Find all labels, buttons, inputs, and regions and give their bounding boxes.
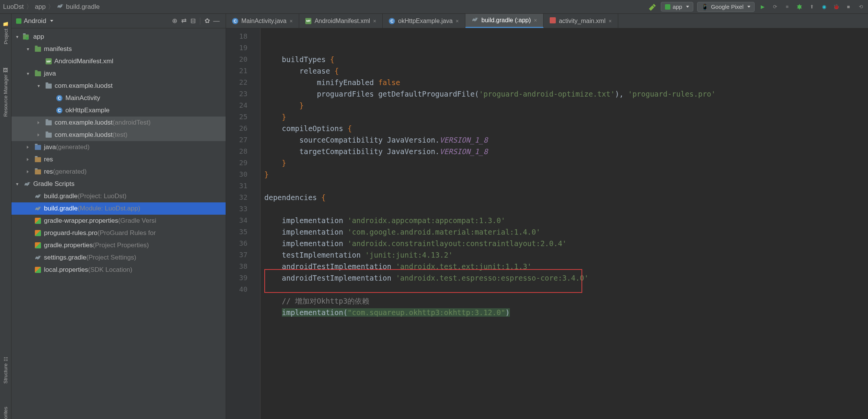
code-line[interactable]: testImplementation 'junit:junit:4.13.2' <box>264 249 864 261</box>
close-icon[interactable]: × <box>290 18 293 24</box>
locate-icon[interactable]: ⊕ <box>170 17 179 25</box>
close-icon[interactable]: × <box>609 18 612 24</box>
code-line[interactable]: release { <box>264 65 864 77</box>
close-icon[interactable]: × <box>373 18 376 24</box>
code-line[interactable]: compileOptions { <box>264 123 864 134</box>
expand-arrow[interactable]: ▾ <box>27 71 34 76</box>
tree-item[interactable]: com.example.luodst (androidTest) <box>11 117 226 129</box>
tree-item[interactable]: gradle-wrapper.properties (Gradle Versi <box>11 215 226 227</box>
close-icon[interactable]: × <box>456 18 459 24</box>
settings-icon[interactable]: ✿ <box>203 17 212 25</box>
profiler-icon[interactable]: ◉ <box>820 3 828 11</box>
tree-item[interactable]: C okHttpExample <box>11 104 226 117</box>
expand-arrow[interactable]: ▾ <box>38 83 44 89</box>
expand-arrow[interactable] <box>38 132 44 138</box>
tree-icon <box>34 157 42 162</box>
breadcrumb-item[interactable]: build.gradle <box>66 3 100 11</box>
editor-tab[interactable]: activity_main.xml× <box>544 14 618 28</box>
tree-item[interactable]: ▾ app <box>11 31 226 43</box>
attach-debugger-icon[interactable]: 🐞 <box>832 3 840 11</box>
code-line[interactable]: targetCompatibility JavaVersion.VERSION_… <box>264 146 864 157</box>
tree-item[interactable]: settings.gradle (Project Settings) <box>11 251 226 264</box>
tree-item[interactable]: ▾ manifests <box>11 43 226 55</box>
tree-label: gradle.properties <box>42 242 93 249</box>
breadcrumb-item[interactable]: app <box>35 3 46 11</box>
code-line[interactable]: implementation 'com.google.android.mater… <box>264 226 864 238</box>
fold-gutter[interactable] <box>253 28 260 419</box>
tree-item[interactable]: proguard-rules.pro (ProGuard Rules for <box>11 227 226 239</box>
collapse-icon[interactable]: ⊟ <box>188 17 198 25</box>
tree-item[interactable]: local.properties (SDK Location) <box>11 264 226 276</box>
tree-item[interactable]: com.example.luodst (test) <box>11 129 226 141</box>
line-gutter[interactable]: 1819202122232425262728293031323334353637… <box>226 28 253 419</box>
tree-item[interactable]: ▾ java <box>11 67 226 80</box>
run-config-selector[interactable]: app <box>661 2 693 12</box>
code-line[interactable]: androidTestImplementation 'androidx.test… <box>264 272 864 284</box>
tool-project[interactable]: Project📁 <box>3 21 9 44</box>
sync-icon[interactable]: ⟲ <box>857 3 865 11</box>
code-line[interactable]: } <box>264 169 864 180</box>
hide-icon[interactable]: — <box>212 17 221 25</box>
close-icon[interactable]: × <box>534 17 537 23</box>
run-config-label: app <box>673 3 682 10</box>
code-line[interactable] <box>264 203 864 215</box>
expand-arrow[interactable] <box>27 169 34 174</box>
tree-item[interactable]: res <box>11 153 226 166</box>
code-line[interactable]: androidTestImplementation 'androidx.test… <box>264 261 864 272</box>
expand-arrow[interactable] <box>27 145 34 150</box>
code-editor[interactable]: 1819202122232425262728293031323334353637… <box>226 28 868 419</box>
apply-changes-icon[interactable]: ⟳ <box>771 3 779 11</box>
code-line[interactable]: } <box>264 100 864 111</box>
expand-arrow[interactable] <box>38 120 44 125</box>
tree-label: res <box>42 156 53 163</box>
tree-icon <box>44 133 53 138</box>
code-line[interactable]: sourceCompatibility JavaVersion.VERSION_… <box>264 134 864 146</box>
tree-item[interactable]: build.gradle (Project: LuoDst) <box>11 190 226 202</box>
code-line[interactable]: implementation("com.squareup.okhttp3:okh… <box>264 307 864 318</box>
tool-structure[interactable]: Structure☷ <box>3 356 8 384</box>
code-line[interactable]: implementation 'androidx.appcompat:appco… <box>264 215 864 226</box>
stop-icon[interactable]: ■ <box>844 3 853 11</box>
code-content[interactable]: buildTypes { release { minifyEnabled fal… <box>260 28 868 419</box>
editor-tab[interactable]: build.gradle (:app)× <box>465 14 544 28</box>
expand-icon[interactable]: ⇄ <box>179 17 188 25</box>
code-line[interactable] <box>264 180 864 192</box>
tree-item[interactable]: build.gradle (Module: LuoDst.app) <box>11 202 226 215</box>
expand-arrow[interactable]: ▾ <box>27 46 34 52</box>
device-selector[interactable]: 📱 Google Pixel <box>697 2 755 12</box>
editor-tab[interactable]: CMainActivity.java× <box>226 14 299 28</box>
tree-item[interactable]: java (generated) <box>11 141 226 153</box>
expand-arrow[interactable]: ▾ <box>16 34 23 39</box>
tree-item[interactable]: C MainActivity <box>11 92 226 104</box>
code-line[interactable]: minifyEnabled false <box>264 77 864 88</box>
code-line[interactable]: } <box>264 157 864 169</box>
editor-tab[interactable]: MFAndroidManifest.xml× <box>299 14 383 28</box>
run-button[interactable]: ▶ <box>758 3 767 11</box>
view-mode-label[interactable]: Android <box>24 17 46 25</box>
debug-button[interactable] <box>795 3 804 11</box>
breadcrumb-item[interactable]: LuoDst <box>3 3 24 11</box>
code-line[interactable]: buildTypes { <box>264 54 864 65</box>
code-line[interactable]: dependencies { <box>264 192 864 203</box>
tree-item[interactable]: gradle.properties (Project Properties) <box>11 239 226 251</box>
code-line[interactable]: // 增加对Okhttp3的依赖 <box>264 295 864 307</box>
tree-item[interactable]: ▾ com.example.luodst <box>11 80 226 92</box>
debug-overview-icon[interactable]: ≡ <box>783 3 791 11</box>
code-line[interactable]: proguardFiles getDefaultProguardFile('pr… <box>264 88 864 100</box>
code-line[interactable]: implementation 'androidx.constraintlayou… <box>264 238 864 249</box>
tab-label: AndroidManifest.xml <box>314 18 370 25</box>
breadcrumb[interactable]: LuoDst 〉 app 〉 build.gradle <box>3 2 100 11</box>
build-icon[interactable] <box>649 3 657 11</box>
project-tree[interactable]: ▾ app▾ manifestsMF AndroidManifest.xml▾ … <box>11 28 226 278</box>
tree-item[interactable]: MF AndroidManifest.xml <box>11 55 226 67</box>
tree-item[interactable]: res (generated) <box>11 166 226 178</box>
expand-arrow[interactable]: ▾ <box>16 181 23 187</box>
editor-tab[interactable]: CokHttpExample.java× <box>383 14 465 28</box>
tool-resource-manager[interactable]: Resource Manager🖼 <box>3 67 8 117</box>
tree-item[interactable]: ▾ Gradle Scripts <box>11 178 226 190</box>
expand-arrow[interactable] <box>27 157 34 162</box>
coverage-icon[interactable]: ⬆ <box>807 3 816 11</box>
code-line[interactable] <box>264 284 864 295</box>
tool-favorites[interactable]: orites <box>3 407 8 419</box>
code-line[interactable]: } <box>264 111 864 123</box>
